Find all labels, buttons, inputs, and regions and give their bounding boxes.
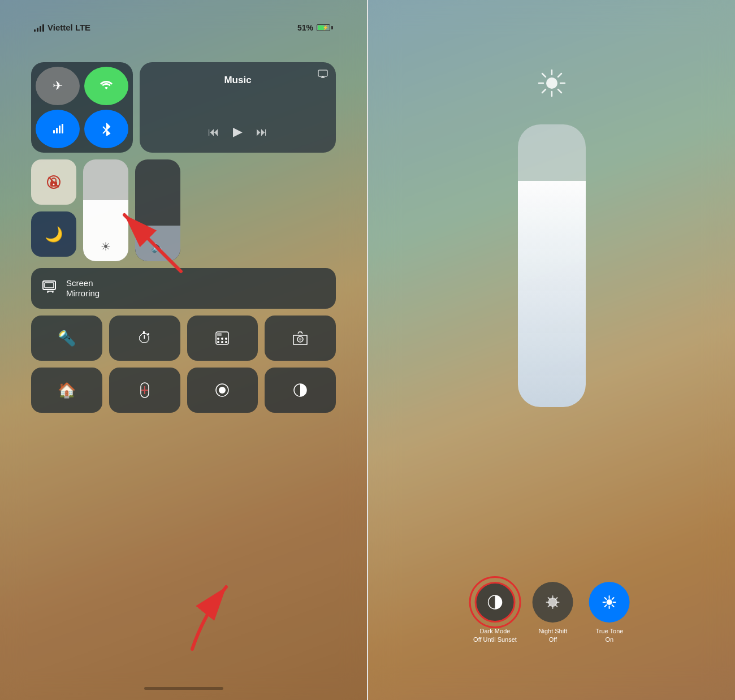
svg-line-39 [542, 89, 546, 93]
svg-line-58 [605, 605, 607, 607]
music-next-button[interactable]: ⏭ [256, 126, 267, 139]
airplane-mode-button[interactable]: ✈ [36, 67, 80, 105]
svg-rect-1 [56, 128, 58, 133]
svg-point-31 [546, 77, 557, 89]
svg-line-47 [556, 605, 557, 607]
music-prev-button[interactable]: ⏮ [208, 126, 219, 139]
home-bar [144, 687, 223, 690]
left-quick-btns: 🌙 [31, 159, 76, 261]
screen-mirroring-button[interactable]: ScreenMirroring [31, 268, 336, 309]
svg-line-37 [558, 89, 561, 93]
svg-rect-3 [62, 124, 63, 133]
svg-line-57 [612, 598, 614, 599]
svg-rect-6 [318, 70, 327, 76]
sun-icon [537, 68, 567, 104]
flashlight-button[interactable]: 🔦 [31, 316, 102, 361]
svg-point-20 [225, 341, 227, 343]
svg-line-49 [548, 605, 550, 607]
quick-actions-row2: 🏠 [31, 368, 336, 413]
bluetooth-button[interactable] [84, 110, 128, 148]
music-controls: ⏮ ▶ ⏭ [149, 124, 327, 139]
connectivity-block: ✈ [31, 62, 133, 153]
svg-line-4 [103, 127, 106, 130]
true-tone-control: True ToneOn [589, 582, 630, 643]
svg-line-56 [612, 605, 614, 607]
svg-point-50 [607, 599, 612, 605]
battery-percent: 51% [297, 23, 313, 32]
brightness-large-slider[interactable] [518, 124, 586, 407]
carrier-label: Viettel LTE [47, 23, 90, 32]
music-title: Music [149, 75, 327, 86]
signal-bars [34, 24, 44, 32]
dark-mode-btn-wrapper [475, 582, 516, 623]
top-row: ✈ [31, 62, 336, 153]
dark-mode-label: Dark ModeOff Until Sunset [473, 627, 517, 643]
timer-button[interactable]: ⏱ [109, 316, 180, 361]
dark-mode-button[interactable] [475, 582, 516, 623]
signal-bar-1 [34, 29, 36, 32]
svg-point-17 [225, 338, 227, 340]
brightness-large-fill [518, 181, 586, 407]
control-center-grid: ✈ [31, 62, 336, 413]
bottom-display-controls: Dark ModeOff Until Sunset Night [473, 582, 630, 643]
svg-line-36 [542, 74, 546, 77]
cellular-button[interactable] [36, 110, 80, 148]
status-bar: Viettel LTE 51% ⚡ [34, 23, 333, 32]
svg-point-16 [221, 338, 223, 340]
status-left: Viettel LTE [34, 23, 90, 32]
left-panel: Viettel LTE 51% ⚡ ✈ [0, 0, 367, 700]
svg-line-48 [556, 598, 557, 599]
music-block: Music ⏮ ▶ ⏭ [140, 62, 336, 153]
status-right: 51% ⚡ [297, 23, 333, 32]
right-panel: Dark ModeOff Until Sunset Night [368, 0, 735, 700]
svg-line-38 [558, 74, 561, 77]
svg-rect-12 [45, 283, 54, 288]
true-tone-button[interactable] [589, 582, 630, 623]
signal-bar-2 [37, 28, 38, 32]
wifi-button[interactable] [84, 67, 128, 105]
signal-bar-3 [40, 26, 41, 32]
home-button[interactable]: 🏠 [31, 368, 102, 413]
svg-point-18 [217, 341, 219, 343]
brightness-icon: ☀ [101, 240, 111, 253]
screen-mirroring-icon [42, 280, 58, 296]
battery-tip [331, 26, 333, 29]
music-play-button[interactable]: ▶ [233, 124, 243, 139]
svg-line-46 [548, 598, 550, 599]
night-shift-label: Night ShiftOff [539, 627, 568, 643]
dark-mode-control: Dark ModeOff Until Sunset [473, 582, 517, 643]
svg-point-27 [219, 387, 226, 394]
night-shift-button[interactable] [533, 582, 573, 623]
orientation-lock-button[interactable] [31, 159, 76, 205]
svg-rect-0 [53, 130, 55, 133]
dark-contrast-button[interactable] [265, 368, 336, 413]
do-not-disturb-button[interactable]: 🌙 [31, 211, 76, 257]
svg-point-10 [53, 184, 55, 185]
brightness-slider[interactable]: ☀ [83, 159, 128, 261]
charging-bolt-icon: ⚡ [322, 25, 328, 31]
volume-slider[interactable]: 🔈 [135, 159, 180, 261]
svg-point-15 [217, 338, 219, 340]
calculator-button[interactable] [187, 316, 258, 361]
svg-rect-2 [59, 126, 60, 133]
middle-row: 🌙 ☀ 🔈 [31, 159, 336, 261]
true-tone-label: True ToneOn [595, 627, 623, 643]
night-shift-control: Night ShiftOff [533, 582, 573, 643]
quick-actions-row1: 🔦 ⏱ [31, 316, 336, 361]
screen-record-button[interactable] [187, 368, 258, 413]
svg-point-19 [221, 341, 223, 343]
svg-point-22 [299, 338, 302, 341]
svg-line-5 [103, 130, 106, 133]
remote-button[interactable] [109, 368, 180, 413]
battery-icon: ⚡ [317, 24, 333, 31]
svg-rect-14 [217, 333, 222, 336]
volume-icon: 🔈 [151, 240, 165, 253]
battery-body: ⚡ [317, 24, 330, 31]
screen-mirroring-label: ScreenMirroring [66, 278, 100, 299]
camera-button[interactable] [265, 316, 336, 361]
svg-line-55 [605, 598, 607, 599]
signal-bar-4 [42, 24, 44, 32]
airplay-icon[interactable] [318, 69, 328, 81]
screen-mirroring-row: ScreenMirroring [31, 268, 336, 309]
